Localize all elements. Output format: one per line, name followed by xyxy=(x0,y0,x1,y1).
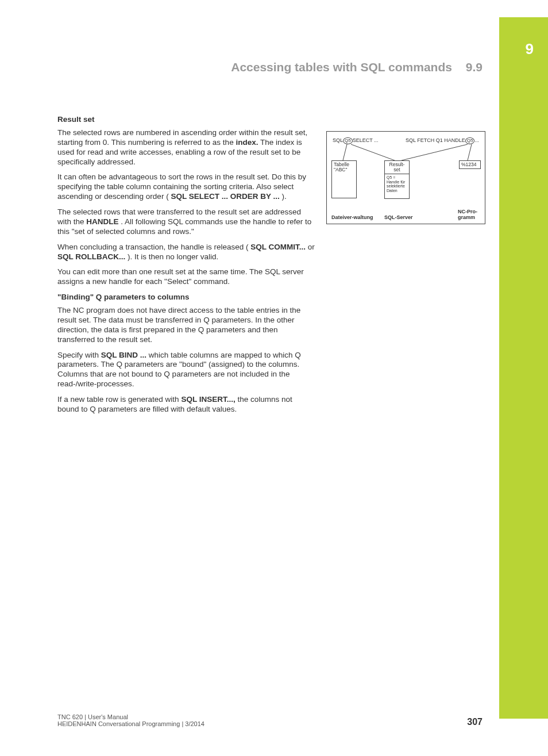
sql-diagram: SQLQ5SELECT ... SQL FETCH Q1 HANDLEQ5...… xyxy=(326,131,485,224)
header-section-number: 9.9 xyxy=(466,60,483,74)
page-number: 307 xyxy=(467,717,483,727)
para: Specify with SQL BIND ... which table co… xyxy=(57,351,316,390)
para: You can edit more than one result set at… xyxy=(57,267,316,287)
diagram-caption-right: NC-Pro-gramm xyxy=(458,209,485,220)
q5-badge-icon: Q5 xyxy=(343,137,353,144)
diagram-box-handle: Q5 = Handle für selektierte Daten xyxy=(384,174,410,199)
para: If a new table row is generated with SQL… xyxy=(57,395,316,415)
diagram-caption-left: Dateiver-waltung xyxy=(331,214,373,220)
para: It can often be advantageous to sort the… xyxy=(57,172,316,202)
svg-line-0 xyxy=(343,144,347,160)
diagram-label-sql-select: SQLQ5SELECT ... xyxy=(333,137,379,144)
diagram-box-resultset: Result-set xyxy=(384,160,410,174)
svg-line-2 xyxy=(402,144,468,160)
svg-line-1 xyxy=(351,144,395,160)
svg-line-3 xyxy=(468,144,472,160)
heading-result-set: Result set xyxy=(57,115,316,125)
diagram-label-sql-fetch: SQL FETCH Q1 HANDLEQ5... xyxy=(406,137,479,144)
header-title-text: Accessing tables with SQL commands xyxy=(231,60,452,74)
heading-binding: "Binding" Q parameters to columns xyxy=(57,293,316,302)
footer-line2: HEIDENHAIN Conversational Programming | … xyxy=(57,720,483,727)
q5-badge-icon: Q5 xyxy=(465,137,475,144)
diagram-box-prog: %1234 xyxy=(459,160,481,169)
para: The selected rows are numbered in ascend… xyxy=(57,128,316,167)
page-footer: TNC 620 | User's Manual HEIDENHAIN Conve… xyxy=(57,713,483,727)
chapter-number: 9 xyxy=(526,40,534,58)
chapter-sidebar: 9 xyxy=(499,17,548,719)
para: When concluding a transaction, the handl… xyxy=(57,243,316,262)
para: The selected rows that were transferred … xyxy=(57,208,316,237)
footer-line1: TNC 620 | User's Manual xyxy=(57,713,483,720)
para: The NC program does not have direct acce… xyxy=(57,306,316,345)
diagram-caption-mid: SQL-Server xyxy=(384,214,413,220)
page-header: Accessing tables with SQL commands 9.9 xyxy=(57,60,483,74)
diagram-box-tabelle: Tabelle "ABC" xyxy=(331,160,357,198)
body-text: Result set The selected rows are numbere… xyxy=(57,115,316,420)
